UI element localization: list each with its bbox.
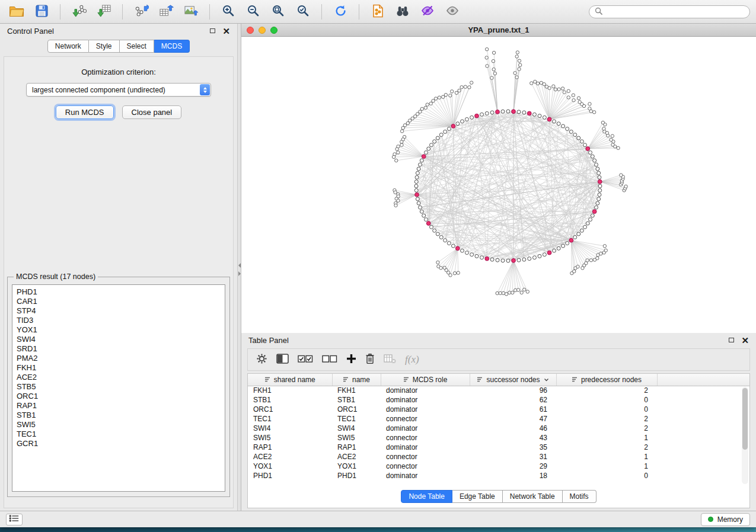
import-network-button[interactable]: [68, 2, 90, 21]
maximize-window-button[interactable]: [270, 27, 277, 34]
tab-edge-table[interactable]: Edge Table: [452, 490, 503, 503]
cell-successor-nodes[interactable]: 18: [470, 471, 556, 480]
cell-mcds-role[interactable]: connector: [381, 462, 470, 471]
cell-successor-nodes[interactable]: 29: [470, 462, 556, 471]
cell-successor-nodes[interactable]: 61: [470, 405, 556, 414]
cell-name[interactable]: RAP1: [332, 443, 381, 452]
cell-predecessor-nodes[interactable]: 2: [556, 414, 657, 424]
cell-shared-name[interactable]: STB1: [248, 395, 332, 405]
cell-mcds-role[interactable]: dominator: [381, 424, 470, 433]
cell-predecessor-nodes[interactable]: 1: [556, 462, 657, 471]
column-browser-button[interactable]: [276, 351, 289, 368]
cell-name[interactable]: PHD1: [332, 471, 381, 480]
search-input[interactable]: [606, 8, 744, 16]
cell-shared-name[interactable]: SWI4: [248, 424, 332, 433]
cell-shared-name[interactable]: TEC1: [248, 414, 332, 424]
mcds-result-item[interactable]: ORC1: [17, 392, 221, 401]
tab-style[interactable]: Style: [89, 40, 120, 53]
table-row[interactable]: STB1STB1dominator620: [248, 395, 749, 405]
cell-successor-nodes[interactable]: 46: [470, 424, 556, 433]
table-row[interactable]: ORC1ORC1dominator610: [248, 405, 749, 414]
float-table-panel-icon[interactable]: [729, 338, 734, 342]
tab-network[interactable]: Network: [47, 40, 89, 53]
open-button[interactable]: [6, 2, 27, 21]
select-all-columns-button[interactable]: [298, 351, 313, 368]
document-share-button[interactable]: [367, 2, 388, 21]
task-history-button[interactable]: [6, 514, 23, 525]
cell-successor-nodes[interactable]: 96: [470, 386, 556, 395]
zoom-selected-button[interactable]: [292, 2, 314, 21]
cell-successor-nodes[interactable]: 35: [470, 443, 556, 452]
cell-successor-nodes[interactable]: 62: [470, 395, 556, 405]
cell-mcds-role[interactable]: connector: [381, 433, 470, 443]
cell-name[interactable]: FKH1: [332, 386, 381, 395]
mcds-result-item[interactable]: PMA2: [17, 354, 221, 363]
close-table-panel-icon[interactable]: ✕: [741, 336, 749, 345]
mcds-result-item[interactable]: YOX1: [17, 325, 221, 335]
mcds-result-item[interactable]: SWI4: [17, 335, 221, 344]
find-button[interactable]: [392, 2, 413, 21]
cell-shared-name[interactable]: ACE2: [248, 452, 332, 462]
tab-mcds[interactable]: MCDS: [154, 40, 190, 53]
cell-name[interactable]: TEC1: [332, 414, 381, 424]
cell-predecessor-nodes[interactable]: 1: [556, 452, 657, 462]
column-header-name[interactable]: name: [332, 374, 381, 386]
table-row[interactable]: RAP1RAP1dominator352: [248, 443, 749, 452]
export-table-button[interactable]: [155, 2, 177, 21]
cell-predecessor-nodes[interactable]: 1: [556, 433, 657, 443]
table-row[interactable]: ACE2ACE2connector311: [248, 452, 749, 462]
network-graph[interactable]: [241, 37, 756, 333]
cell-shared-name[interactable]: SWI5: [248, 433, 332, 443]
eye-button[interactable]: [442, 2, 463, 21]
table-row[interactable]: SWI4SWI4dominator462: [248, 424, 749, 433]
cell-successor-nodes[interactable]: 31: [470, 452, 556, 462]
close-panel-button[interactable]: Close panel: [122, 105, 182, 119]
tab-select[interactable]: Select: [120, 40, 154, 53]
table-row[interactable]: YOX1YOX1connector291: [248, 462, 749, 471]
minimize-window-button[interactable]: [259, 27, 266, 34]
cell-name[interactable]: STB1: [332, 395, 381, 405]
mcds-result-item[interactable]: FKH1: [17, 363, 221, 373]
export-network-button[interactable]: [130, 2, 152, 21]
refresh-button[interactable]: [330, 2, 351, 21]
run-mcds-button[interactable]: Run MCDS: [56, 105, 114, 119]
mcds-result-item[interactable]: GCR1: [17, 439, 221, 448]
zoom-out-button[interactable]: [243, 2, 264, 21]
mcds-result-item[interactable]: STB1: [17, 411, 221, 420]
panel-splitter[interactable]: [237, 24, 241, 511]
criterion-select[interactable]: largest connected component (undirected): [26, 83, 211, 97]
cell-shared-name[interactable]: RAP1: [248, 443, 332, 452]
mcds-result-item[interactable]: PHD1: [17, 287, 221, 297]
mcds-result-item[interactable]: TEC1: [17, 430, 221, 439]
tab-node-table[interactable]: Node Table: [401, 490, 452, 503]
table-row[interactable]: FKH1FKH1dominator962: [248, 386, 749, 395]
mcds-result-list[interactable]: PHD1CAR1STP4TID3YOX1SWI4SRD1PMA2FKH1ACE2…: [12, 284, 225, 492]
cell-shared-name[interactable]: FKH1: [248, 386, 332, 395]
export-image-button[interactable]: [180, 2, 202, 21]
cell-name[interactable]: ACE2: [332, 452, 381, 462]
save-button[interactable]: [31, 2, 52, 21]
cell-predecessor-nodes[interactable]: 0: [556, 405, 657, 414]
cell-mcds-role[interactable]: connector: [381, 452, 470, 462]
tab-network-table[interactable]: Network Table: [503, 490, 563, 503]
cell-predecessor-nodes[interactable]: 2: [556, 424, 657, 433]
table-settings-button[interactable]: [256, 351, 267, 368]
cell-successor-nodes[interactable]: 47: [470, 414, 556, 424]
cell-mcds-role[interactable]: dominator: [381, 395, 470, 405]
cell-mcds-role[interactable]: dominator: [381, 471, 470, 480]
mcds-result-item[interactable]: SWI5: [17, 420, 221, 430]
add-column-button[interactable]: [346, 351, 356, 368]
cell-predecessor-nodes[interactable]: 2: [556, 443, 657, 452]
mcds-result-item[interactable]: ACE2: [17, 373, 221, 382]
memory-button[interactable]: Memory: [701, 513, 750, 526]
eye-slash-button[interactable]: [417, 2, 438, 21]
unselect-all-columns-button[interactable]: [322, 351, 337, 368]
column-header-MCDS-role[interactable]: MCDS role: [381, 374, 470, 386]
cell-predecessor-nodes[interactable]: 0: [556, 471, 657, 480]
cell-shared-name[interactable]: PHD1: [248, 471, 332, 480]
cell-predecessor-nodes[interactable]: 0: [556, 395, 657, 405]
cell-mcds-role[interactable]: dominator: [381, 443, 470, 452]
cell-name[interactable]: ORC1: [332, 405, 381, 414]
delete-column-button[interactable]: [365, 351, 375, 368]
mcds-result-item[interactable]: CAR1: [17, 297, 221, 306]
